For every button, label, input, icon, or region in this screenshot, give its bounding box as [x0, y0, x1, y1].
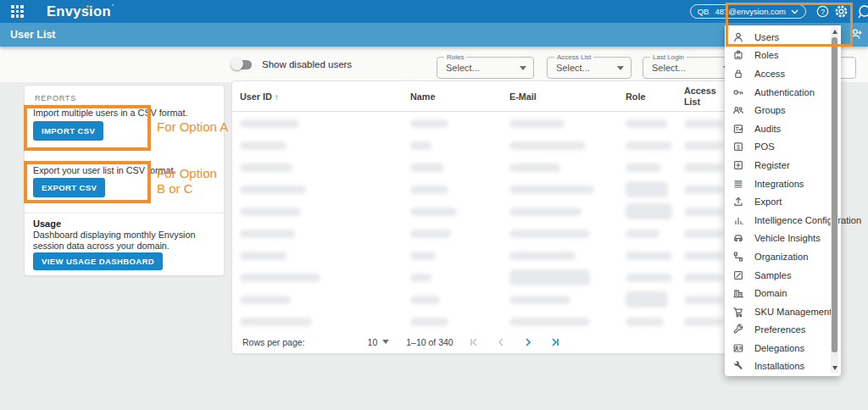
menu-item-label: Vehicle Insights — [754, 233, 821, 243]
roles-filter-select[interactable]: Roles Select... — [437, 57, 534, 79]
redacted-cell — [410, 296, 440, 304]
redacted-cell — [684, 141, 723, 150]
barchart-icon — [732, 214, 744, 226]
annotation-option-a: For Option A — [157, 119, 228, 135]
scroll-down-icon[interactable] — [832, 366, 837, 370]
roles-filter-value: Select... — [446, 63, 480, 73]
redacted-cell — [240, 208, 301, 216]
redacted-cell — [509, 318, 590, 326]
redacted-cell — [509, 252, 576, 260]
redacted-cell — [509, 208, 581, 216]
menu-item-register[interactable]: Register — [725, 156, 829, 175]
redacted-cell — [509, 163, 560, 172]
rows-per-page-select[interactable]: 10 — [368, 337, 390, 347]
menu-scrollbar[interactable] — [831, 27, 838, 373]
redacted-cell — [626, 230, 659, 238]
redacted-cell — [410, 163, 444, 172]
domain-icon — [732, 287, 744, 299]
redacted-cell — [684, 119, 723, 128]
register-icon — [732, 159, 744, 171]
logo-text: Envysion — [47, 3, 111, 19]
redacted-cell — [410, 252, 436, 260]
redacted-cell — [626, 163, 661, 172]
chevron-down-icon — [382, 340, 389, 344]
scrollbar-thumb[interactable] — [832, 37, 837, 352]
menu-item-label: Authentication — [754, 87, 815, 97]
apps-grid-icon[interactable] — [11, 5, 24, 18]
redacted-cell — [509, 119, 565, 128]
sort-asc-icon: ↑ — [275, 92, 279, 102]
rows-per-page-label: Rows per page: — [242, 337, 305, 347]
menu-item-label: Roles — [754, 50, 779, 60]
menu-item-intelligence-configuration[interactable]: Intelligence Configuration — [725, 211, 829, 230]
avatar-icon[interactable] — [855, 4, 868, 22]
access-list-filter-select[interactable]: Access List Select... — [547, 57, 632, 79]
annotation-option-bc: For Option B or C — [157, 166, 217, 197]
divider — [25, 213, 225, 213]
column-header-email[interactable]: E-Mail — [509, 91, 537, 102]
car-icon — [732, 232, 744, 244]
menu-item-domain[interactable]: Domain — [725, 284, 829, 302]
show-disabled-toggle[interactable] — [231, 58, 254, 71]
redacted-cell — [684, 230, 723, 238]
user-badge-prefix: QB — [698, 7, 709, 16]
menu-item-label: Groups — [754, 105, 786, 115]
samples-icon — [732, 269, 744, 281]
column-header-user-id[interactable]: User ID↑ — [240, 91, 279, 102]
redacted-cell — [240, 186, 306, 194]
last-login-filter-select[interactable]: Last Login Select... — [643, 57, 737, 79]
menu-item-export[interactable]: Export — [725, 192, 829, 211]
groups-icon — [732, 104, 744, 116]
reports-section-label: REPORTS — [35, 94, 76, 102]
redacted-cell — [410, 119, 448, 128]
menu-item-label: Intelligence Configuration — [754, 215, 861, 225]
menu-item-label: Export — [754, 197, 782, 207]
menu-item-authentication[interactable]: Authentication — [725, 83, 829, 102]
menu-item-integrations[interactable]: Integrations — [725, 175, 829, 193]
chevron-down-icon — [520, 66, 526, 70]
logo-orange-dot — [86, 5, 89, 8]
last-page-button[interactable] — [550, 337, 560, 347]
redacted-cell — [684, 252, 723, 260]
previous-page-button[interactable] — [496, 337, 506, 347]
redacted-cell — [626, 181, 668, 197]
redacted-cell — [240, 163, 292, 172]
column-header-name[interactable]: Name — [410, 91, 435, 102]
redacted-cell — [240, 230, 295, 238]
menu-item-label: Installations — [754, 361, 804, 371]
menu-item-label: Organization — [754, 252, 808, 262]
redacted-cell — [509, 230, 590, 238]
menu-item-samples[interactable]: Samples — [725, 266, 829, 285]
last-login-filter-label: Last Login — [650, 53, 687, 61]
cart-icon — [732, 306, 744, 318]
column-header-access-list[interactable]: Access List — [684, 86, 720, 108]
menu-item-label: POS — [754, 141, 775, 152]
menu-item-roles[interactable]: Roles — [725, 47, 829, 65]
first-page-button[interactable] — [469, 337, 479, 347]
lock-icon — [732, 68, 744, 80]
menu-item-organization[interactable]: Organization — [725, 247, 829, 266]
roles-filter-label: Roles — [444, 53, 466, 61]
redacted-cell — [626, 252, 672, 260]
envysion-logo: Envysion° — [47, 3, 114, 19]
menu-item-access[interactable]: Access — [725, 64, 829, 83]
menu-item-pos[interactable]: $POS — [725, 138, 829, 157]
menu-item-label: Samples — [754, 270, 792, 280]
redacted-cell — [626, 318, 664, 326]
menu-item-installations[interactable]: Installations — [725, 357, 829, 376]
menu-item-label: SKU Management — [754, 307, 832, 317]
view-usage-dashboard-button[interactable]: VIEW USAGE DASHBOARD — [33, 252, 163, 270]
menu-item-groups[interactable]: Groups — [725, 101, 829, 119]
redacted-cell — [626, 203, 672, 219]
menu-item-preferences[interactable]: Preferences — [725, 321, 829, 340]
menu-item-vehicle-insights[interactable]: Vehicle Insights — [725, 230, 829, 248]
wrench-solid-icon — [732, 360, 744, 372]
column-header-role[interactable]: Role — [626, 91, 645, 102]
next-page-button[interactable] — [523, 337, 533, 347]
pagination-range: 1–10 of 340 — [406, 337, 453, 347]
menu-item-audits[interactable]: Audits — [725, 119, 829, 138]
annotation-box-gear-users — [726, 3, 853, 47]
redacted-cell — [684, 186, 723, 194]
menu-item-delegations[interactable]: Delegations — [725, 339, 829, 357]
menu-item-sku-management[interactable]: SKU Management — [725, 302, 829, 321]
